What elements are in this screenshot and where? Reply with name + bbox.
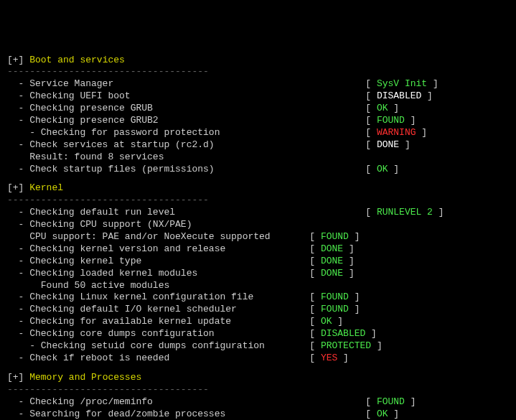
audit-row: - Checking /proc/meminfo [ FOUND ] [7, 396, 509, 409]
status-wrap: [ OK ] [309, 316, 343, 328]
bracket-close: ] [388, 409, 400, 419]
status-wrap: [ DONE ] [309, 256, 354, 268]
audit-label: - Checking for password protection [7, 127, 365, 139]
bracket-open: [ [309, 340, 321, 351]
status-value: DISABLED [377, 90, 421, 101]
audit-row: - Check if reboot is needed [ YES ] [7, 353, 509, 365]
audit-label: - Searching for dead/zombie processes [7, 409, 365, 421]
audit-label: - Checking presence GRUB [7, 103, 365, 115]
status-wrap: [ RUNLEVEL 2 ] [365, 207, 444, 219]
audit-label: - Checking core dumps configuration [7, 328, 309, 340]
status-value: DONE [321, 256, 343, 266]
audit-label: - Checking setuid core dumps configurati… [7, 340, 309, 353]
status-wrap: [ DONE ] [365, 139, 410, 151]
audit-row: CPU support: PAE and/or NoeXecute suppor… [7, 231, 509, 243]
section-title: Kernel [29, 182, 63, 193]
status-wrap: [ OK ] [365, 164, 399, 176]
section-title: Memory and Processes [29, 372, 141, 383]
status-wrap: [ SysV Init ] [365, 78, 438, 90]
audit-row: - Service Manager [ SysV Init ] [7, 78, 509, 90]
bracket-close: ] [349, 304, 360, 314]
bracket-close: ] [427, 78, 438, 89]
bracket-close: ] [343, 256, 355, 266]
bracket-open: [ [365, 115, 377, 126]
section-divider: ------------------------------------ [7, 66, 509, 78]
bracket-close: ] [365, 328, 377, 339]
bracket-open: [ [309, 291, 321, 302]
bracket-open: [ [365, 127, 377, 138]
audit-label: Result: found 8 services [7, 151, 365, 164]
bracket-close: ] [399, 139, 411, 150]
status-wrap: [ FOUND ] [309, 231, 360, 243]
status-value: FOUND [321, 231, 349, 242]
status-wrap: [ FOUND ] [309, 291, 360, 304]
status-wrap: [ YES ] [309, 353, 349, 365]
section-prefix: [+] [7, 372, 29, 383]
status-value: SysV Init [377, 78, 427, 89]
status-value: FOUND [377, 115, 405, 126]
section-divider: ------------------------------------ [7, 195, 509, 207]
audit-label: - Check startup files (permissions) [7, 164, 365, 176]
audit-label: CPU support: PAE and/or NoeXecute suppor… [7, 231, 309, 243]
bracket-close: ] [388, 103, 400, 113]
audit-label: - Checking Linux kernel configuration fi… [7, 291, 309, 304]
bracket-close: ] [405, 115, 416, 126]
section-header-memory: [+] Memory and Processes [7, 372, 509, 384]
audit-row: - Checking setuid core dumps configurati… [7, 340, 509, 353]
status-value: DISABLED [321, 328, 365, 339]
audit-row: - Checking for available kernel update [… [7, 316, 509, 328]
audit-label: - Checking for available kernel update [7, 316, 309, 328]
status-wrap: [ DISABLED ] [365, 90, 433, 103]
audit-label: - Checking UEFI boot [7, 90, 365, 103]
section-prefix: [+] [7, 182, 29, 193]
bracket-close: ] [388, 164, 400, 174]
bracket-open: [ [365, 207, 377, 218]
status-value: OK [377, 409, 388, 419]
status-wrap: [ PROTECTED ] [309, 340, 382, 353]
status-value: PROTECTED [321, 340, 371, 351]
audit-label: - Checking /proc/meminfo [7, 396, 365, 409]
bracket-open: [ [365, 90, 377, 101]
bracket-open: [ [365, 409, 377, 419]
bracket-close: ] [405, 396, 416, 407]
audit-row: - Checking CPU support (NX/PAE) [7, 219, 509, 231]
status-value: OK [377, 164, 388, 174]
status-wrap: [ OK ] [365, 409, 399, 421]
bracket-open: [ [309, 353, 321, 363]
audit-label: Found 50 active modules [7, 280, 365, 292]
status-value: WARNING [377, 127, 416, 138]
audit-label: - Checking CPU support (NX/PAE) [7, 219, 365, 231]
audit-row: - Checking loaded kernel modules [ DONE … [7, 268, 509, 280]
status-wrap: [ DONE ] [309, 243, 354, 256]
bracket-open: [ [365, 139, 377, 150]
section-title: Boot and services [29, 55, 125, 65]
section-divider: ------------------------------------ [7, 384, 509, 396]
status-value: DONE [377, 139, 399, 150]
status-value: DONE [321, 243, 343, 254]
status-value: DONE [321, 268, 343, 279]
audit-row: - Check startup files (permissions) [ OK… [7, 164, 509, 176]
audit-row: - Checking UEFI boot [ DISABLED ] [7, 90, 509, 103]
audit-row: - Checking core dumps configuration [ DI… [7, 328, 509, 340]
status-wrap: [ DONE ] [309, 268, 354, 280]
bracket-close: ] [421, 90, 433, 101]
audit-row: - Checking presence GRUB2 [ FOUND ] [7, 115, 509, 127]
section-header-kernel: [+] Kernel [7, 182, 509, 195]
bracket-open: [ [309, 316, 321, 327]
bracket-close: ] [337, 353, 349, 363]
status-wrap: [ FOUND ] [365, 115, 416, 127]
status-wrap: [ OK ] [365, 103, 399, 115]
terminal-output: [+] Boot and services-------------------… [7, 55, 509, 420]
bracket-close: ] [343, 243, 355, 254]
section-prefix: [+] [7, 55, 29, 65]
status-value: RUNLEVEL 2 [377, 207, 433, 218]
audit-row: Result: found 8 services [7, 151, 509, 164]
audit-label: - Checking default run level [7, 207, 365, 219]
audit-row: - Checking default run level [ RUNLEVEL … [7, 207, 509, 219]
status-wrap: [ FOUND ] [365, 396, 416, 409]
audit-row: - Checking kernel type [ DONE ] [7, 256, 509, 268]
bracket-open: [ [309, 268, 321, 279]
audit-label: - Checking kernel type [7, 256, 309, 268]
bracket-open: [ [309, 231, 321, 242]
audit-row: - Checking default I/O kernel scheduler … [7, 304, 509, 316]
